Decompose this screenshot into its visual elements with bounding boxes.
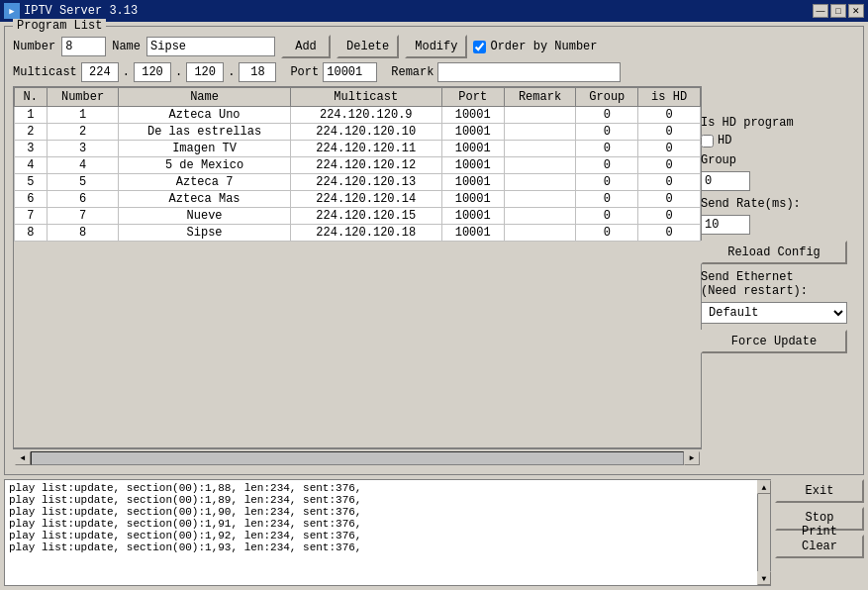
log-line: play list:update, section(00):1,92, len:… <box>9 530 753 541</box>
order-by-number-checkbox[interactable] <box>473 41 486 53</box>
log-area: play list:update, section(00):1,88, len:… <box>4 479 757 586</box>
table-row[interactable]: 445 de Mexico224.120.120.121000100 <box>15 157 701 174</box>
log-line: play list:update, section(00):1,90, len:… <box>9 506 753 518</box>
send-rate-label: Send Rate(ms): <box>701 197 847 211</box>
maximize-button[interactable]: □ <box>830 4 846 18</box>
clear-button[interactable]: Clear <box>775 535 864 558</box>
column-header-name: Name <box>119 88 290 107</box>
app-title: IPTV Server 3.13 <box>24 4 138 18</box>
scroll-left-arrow[interactable]: ◄ <box>15 451 31 465</box>
force-update-button[interactable]: Force Update <box>701 330 847 353</box>
name-input[interactable] <box>146 37 275 56</box>
hd-checkbox-label[interactable]: HD <box>701 134 847 148</box>
log-line: play list:update, section(00):1,91, len:… <box>9 518 753 530</box>
log-scroll-down[interactable]: ▼ <box>757 571 771 585</box>
table-row[interactable]: 33Imagen TV224.120.120.111000100 <box>15 141 701 157</box>
scroll-right-arrow[interactable]: ► <box>684 451 700 465</box>
right-panel: Is HD program HD Group Send Rate(ms): Re… <box>701 116 847 353</box>
group-field-label: Group <box>701 153 847 167</box>
table-row[interactable]: 22De las estrellas224.120.120.101000100 <box>15 124 701 141</box>
is-hd-label: Is HD program <box>701 116 847 130</box>
remark-input[interactable] <box>437 62 621 82</box>
log-scroll-up[interactable]: ▲ <box>757 480 771 494</box>
ethernet-select[interactable]: Default <box>701 302 847 324</box>
group-label: Program List <box>13 19 106 33</box>
close-button[interactable]: ✕ <box>848 4 864 18</box>
column-header-is-hd: is HD <box>638 88 701 107</box>
column-header-group: Group <box>576 88 638 107</box>
horizontal-scrollbar[interactable] <box>31 451 684 465</box>
port-label: Port <box>290 65 319 79</box>
table-row[interactable]: 77Nueve224.120.120.151000100 <box>15 208 701 225</box>
minimize-button[interactable]: — <box>813 4 828 18</box>
multicast-2-input[interactable] <box>134 62 171 82</box>
send-rate-input[interactable] <box>701 215 750 235</box>
number-label: Number <box>13 40 55 53</box>
multicast-4-input[interactable] <box>239 62 276 82</box>
column-header-remark: Remark <box>504 88 576 107</box>
add-button[interactable]: Add <box>281 35 331 58</box>
log-line: play list:update, section(00):1,88, len:… <box>9 482 753 494</box>
modify-button[interactable]: Modify <box>405 35 467 58</box>
multicast-3-input[interactable] <box>186 62 224 82</box>
table-row[interactable]: 88Sipse224.120.120.181000100 <box>15 225 701 242</box>
multicast-label: Multicast <box>13 65 77 79</box>
multicast-1-input[interactable] <box>81 62 119 82</box>
delete-button[interactable]: Delete <box>337 35 399 58</box>
reload-config-button[interactable]: Reload Config <box>701 241 847 264</box>
right-buttons: Exit Stop Print Clear <box>775 479 864 586</box>
table-row[interactable]: 11Azteca Uno224.120.120.91000100 <box>15 107 701 124</box>
number-input[interactable] <box>61 37 106 56</box>
hd-checkbox[interactable] <box>701 135 714 148</box>
name-label: Name <box>112 40 141 53</box>
log-scrollbar[interactable]: ▲ ▼ <box>757 479 771 586</box>
column-header-port: Port <box>441 88 504 107</box>
order-by-number-label[interactable]: Order by Number <box>473 40 597 53</box>
exit-button[interactable]: Exit <box>775 479 864 503</box>
table-header: N.NumberNameMulticastPortRemarkGroupis H… <box>15 88 701 107</box>
table-body: 11Azteca Uno224.120.120.9100010022De las… <box>15 107 701 242</box>
stop-print-button[interactable]: Stop Print <box>775 507 864 531</box>
app-icon: ▶ <box>4 3 20 19</box>
column-header-number: Number <box>47 88 119 107</box>
column-header-multicast: Multicast <box>290 88 441 107</box>
group-input[interactable] <box>701 171 750 191</box>
table-row[interactable]: 66Azteca Mas224.120.120.141000100 <box>15 191 701 208</box>
log-line: play list:update, section(00):1,89, len:… <box>9 494 753 506</box>
column-header-n-: N. <box>15 88 48 107</box>
send-ethernet-label: Send Ethernet (Need restart): <box>701 270 847 298</box>
log-line: play list:update, section(00):1,93, len:… <box>9 541 753 553</box>
remark-label: Remark <box>391 65 434 79</box>
port-input[interactable] <box>323 62 377 82</box>
table-row[interactable]: 55Azteca 7224.120.120.131000100 <box>15 174 701 191</box>
title-bar: ▶ IPTV Server 3.13 — □ ✕ <box>0 0 868 22</box>
